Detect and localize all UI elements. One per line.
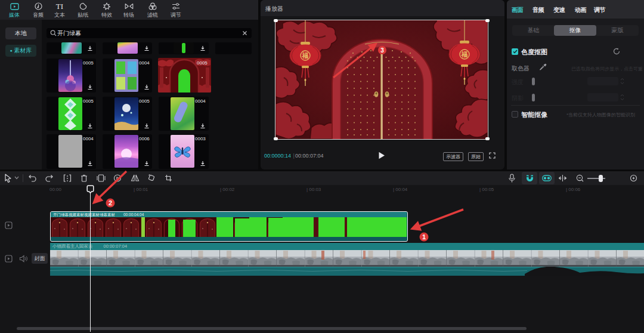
svg-text:1: 1 — [422, 233, 426, 240]
svg-text:3: 3 — [380, 47, 384, 54]
svg-text:2: 2 — [109, 199, 112, 206]
